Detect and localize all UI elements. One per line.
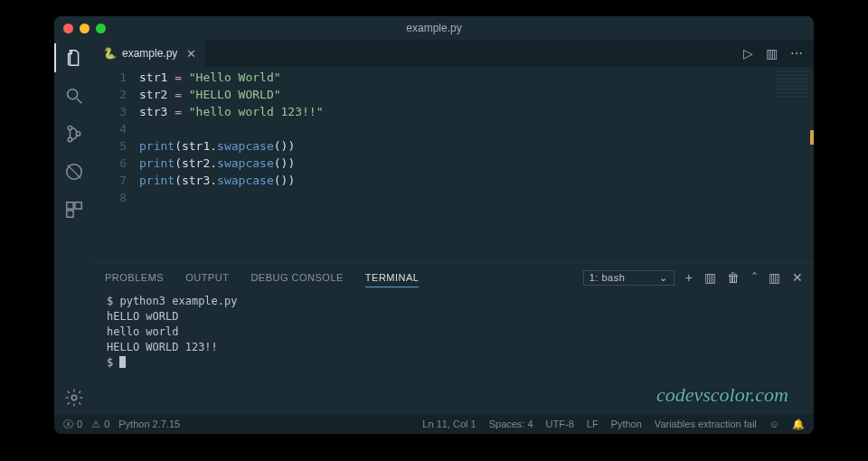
dropdown-caret-icon: ⌄ [659,272,668,284]
window-title: example.py [54,22,814,34]
svg-point-1 [68,126,71,129]
line-gutter: 12345678 [94,67,136,262]
error-icon: ⓧ [63,418,73,431]
terminal-selector-label: 1: bash [590,272,626,283]
status-feedback-icon[interactable]: ☺ [769,419,779,429]
status-errors[interactable]: ⓧ 0 [63,418,82,431]
svg-point-3 [76,132,80,136]
panel-maximize-icon[interactable]: ˄ [751,270,759,285]
status-indentation[interactable]: Spaces: 4 [489,419,533,429]
terminal-output[interactable]: $ python3 example.pyhELLO wORLDhello wor… [94,292,814,414]
status-eol[interactable]: LF [587,419,599,429]
svg-point-0 [68,89,78,99]
svg-rect-6 [75,202,81,209]
panel-tab-problems[interactable]: PROBLEMS [105,268,164,287]
debug-icon[interactable] [63,161,85,183]
source-control-icon[interactable] [63,123,85,145]
overview-marker [810,130,814,145]
panel-move-icon[interactable]: ▥ [769,270,781,285]
panel-tabs: PROBLEMS OUTPUT DEBUG CONSOLE TERMINAL 1… [94,263,814,292]
search-icon[interactable] [63,85,85,107]
status-extension-message[interactable]: Variables extraction fail [655,419,757,429]
activity-bar [54,40,94,414]
panel-tab-debug-console[interactable]: DEBUG CONSOLE [250,268,343,287]
panel-tab-output[interactable]: OUTPUT [185,268,229,287]
overview-ruler [810,67,814,262]
status-cursor-position[interactable]: Ln 11, Col 1 [422,419,476,429]
explorer-icon[interactable] [63,47,85,69]
titlebar: example.py [54,16,814,40]
python-file-icon: 🐍 [103,47,117,60]
kill-terminal-icon[interactable]: 🗑 [727,270,741,285]
status-bar: ⓧ 0 ⚠ 0 Python 2.7.15 Ln 11, Col 1 Space… [54,414,814,434]
error-count: 0 [77,419,82,429]
tab-close-icon[interactable]: ✕ [186,47,196,61]
svg-point-2 [68,137,71,141]
minimap[interactable] [776,71,808,98]
code-editor[interactable]: 12345678 str1 = "Hello World"str2 = "HEL… [94,67,814,262]
split-terminal-icon[interactable]: ▥ [704,270,717,285]
editor-window: example.py [54,16,814,434]
bottom-panel: PROBLEMS OUTPUT DEBUG CONSOLE TERMINAL 1… [94,262,814,414]
tab-filename: example.py [122,47,177,60]
code-content: str1 = "Hello World"str2 = "HELLO WORLD"… [136,67,324,262]
window-body: 🐍 example.py ✕ ▷ ▥ ⋯ 12345678 str1 = "He… [54,40,814,414]
panel-close-icon[interactable]: ✕ [792,270,804,285]
status-bell-icon[interactable]: 🔔 [792,419,805,430]
split-editor-icon[interactable]: ▥ [766,46,778,61]
tab-bar: 🐍 example.py ✕ ▷ ▥ ⋯ [94,40,814,67]
new-terminal-icon[interactable]: + [685,270,693,285]
extensions-icon[interactable] [63,199,85,221]
main-area: 🐍 example.py ✕ ▷ ▥ ⋯ 12345678 str1 = "He… [94,40,814,414]
panel-tab-terminal[interactable]: TERMINAL [365,268,420,287]
svg-point-8 [71,395,77,400]
status-warnings[interactable]: ⚠ 0 [91,419,109,430]
status-encoding[interactable]: UTF-8 [546,419,574,429]
tab-example-py[interactable]: 🐍 example.py ✕ [94,40,206,67]
editor-actions: ▷ ▥ ⋯ [732,40,814,67]
warning-count: 0 [104,419,109,429]
svg-rect-5 [67,202,73,209]
svg-rect-7 [67,211,73,217]
status-language-mode[interactable]: Python [611,419,642,429]
settings-gear-icon[interactable] [63,387,85,409]
run-icon[interactable]: ▷ [743,46,753,61]
warning-icon: ⚠ [91,419,100,430]
status-python-version[interactable]: Python 2.7.15 [118,419,180,429]
terminal-selector[interactable]: 1: bash ⌄ [583,270,675,286]
more-actions-icon[interactable]: ⋯ [790,46,803,61]
